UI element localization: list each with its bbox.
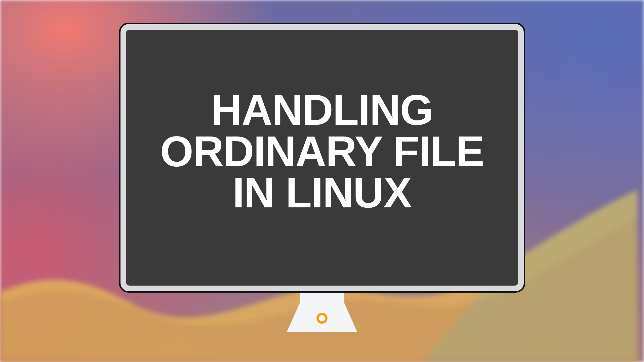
monitor-bezel: HANDLING ORDINARY FILE IN LINUX bbox=[119, 23, 525, 293]
monitor-base bbox=[284, 303, 360, 332]
monitor-illustration: HANDLING ORDINARY FILE IN LINUX bbox=[119, 23, 525, 332]
monitor-neck bbox=[300, 293, 344, 303]
monitor-screen: HANDLING ORDINARY FILE IN LINUX bbox=[126, 30, 518, 286]
power-button-icon bbox=[316, 313, 328, 324]
stage: HANDLING ORDINARY FILE IN LINUX bbox=[0, 0, 644, 362]
slide-title: HANDLING ORDINARY FILE IN LINUX bbox=[160, 89, 484, 214]
